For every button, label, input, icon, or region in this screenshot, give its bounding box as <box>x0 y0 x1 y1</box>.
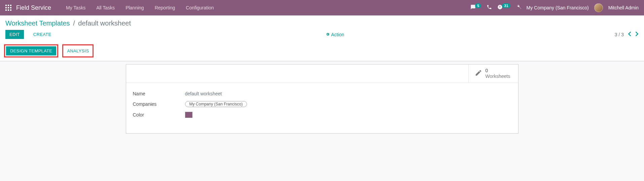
nav-my-tasks[interactable]: My Tasks <box>61 0 91 15</box>
company-tag[interactable]: My Company (San Francisco) <box>185 101 247 107</box>
svg-rect-3 <box>5 7 7 8</box>
action-label: Action <box>331 32 344 37</box>
button-box-spacer <box>126 64 468 83</box>
row-name: Name default worksheet <box>133 91 511 96</box>
svg-rect-0 <box>5 5 7 6</box>
form-body: Name default worksheet Companies My Comp… <box>126 83 518 133</box>
navbar-left: Field Service My Tasks All Tasks Plannin… <box>5 0 219 15</box>
apps-icon[interactable] <box>5 5 11 11</box>
breadcrumb: Worksheet Templates / default worksheet <box>0 15 644 29</box>
svg-rect-5 <box>10 7 11 8</box>
form-sheet-bg: 0 Worksheets Name default worksheet Comp… <box>0 61 644 147</box>
app-title[interactable]: Field Service <box>16 4 51 11</box>
breadcrumb-root[interactable]: Worksheet Templates <box>5 19 70 27</box>
pager-prev[interactable] <box>628 32 631 37</box>
worksheets-stat-button[interactable]: 0 Worksheets <box>468 64 518 83</box>
stat-count: 0 <box>486 68 510 74</box>
row-companies: Companies My Company (San Francisco) <box>133 101 511 107</box>
nav-menu: My Tasks All Tasks Planning Reporting Co… <box>61 0 219 15</box>
debug-tray[interactable] <box>516 4 521 11</box>
cp-left-buttons: Edit Create <box>5 30 55 39</box>
highlight-analysis: Analysis <box>62 44 94 57</box>
nav-configuration[interactable]: Configuration <box>180 0 219 15</box>
activities-tray[interactable]: 31 <box>497 4 510 11</box>
button-box: 0 Worksheets <box>126 64 518 83</box>
svg-rect-4 <box>8 7 9 8</box>
gear-icon <box>326 32 330 37</box>
stat-label: Worksheets <box>486 74 510 79</box>
svg-rect-2 <box>10 5 11 6</box>
main-navbar: Field Service My Tasks All Tasks Plannin… <box>0 0 644 15</box>
design-template-button[interactable]: Design Template <box>6 46 56 55</box>
breadcrumb-separator: / <box>73 19 75 27</box>
header-action-buttons: Design Template Analysis <box>0 42 644 61</box>
color-swatch[interactable] <box>185 112 192 118</box>
pager: 3 / 3 <box>615 32 639 37</box>
row-color: Color <box>133 112 511 118</box>
label-name: Name <box>133 91 185 96</box>
label-companies: Companies <box>133 101 185 107</box>
breadcrumb-current: default worksheet <box>78 19 131 27</box>
form-sheet: 0 Worksheets Name default worksheet Comp… <box>126 64 518 134</box>
pager-text[interactable]: 3 / 3 <box>615 32 624 37</box>
create-button[interactable]: Create <box>29 30 56 39</box>
highlight-design-template: Design Template <box>4 44 58 57</box>
svg-rect-1 <box>8 5 9 6</box>
navbar-right: 5 31 My Company (San Francisco) Mitchell… <box>470 3 639 12</box>
label-color: Color <box>133 112 185 118</box>
value-name: default worksheet <box>185 91 222 96</box>
user-menu[interactable] <box>594 3 603 12</box>
phone-tray[interactable] <box>487 4 492 11</box>
messages-tray[interactable]: 5 <box>470 4 481 11</box>
company-switcher[interactable]: My Company (San Francisco) <box>527 5 589 10</box>
pager-next[interactable] <box>635 32 639 37</box>
edit-button[interactable]: Edit <box>5 30 24 39</box>
activities-badge: 31 <box>502 3 510 8</box>
messages-badge: 5 <box>475 3 481 8</box>
svg-rect-7 <box>8 9 9 11</box>
svg-rect-6 <box>5 9 7 11</box>
svg-rect-8 <box>10 9 11 11</box>
nav-all-tasks[interactable]: All Tasks <box>91 0 120 15</box>
user-name[interactable]: Mitchell Admin <box>608 5 639 10</box>
nav-reporting[interactable]: Reporting <box>149 0 181 15</box>
avatar <box>594 3 603 12</box>
analysis-button[interactable]: Analysis <box>64 46 92 55</box>
control-panel: Worksheet Templates / default worksheet … <box>0 15 644 61</box>
action-dropdown[interactable]: Action <box>326 32 344 37</box>
nav-planning[interactable]: Planning <box>120 0 149 15</box>
pencil-icon <box>475 69 482 78</box>
wrench-icon <box>516 4 521 11</box>
phone-icon <box>487 4 492 11</box>
